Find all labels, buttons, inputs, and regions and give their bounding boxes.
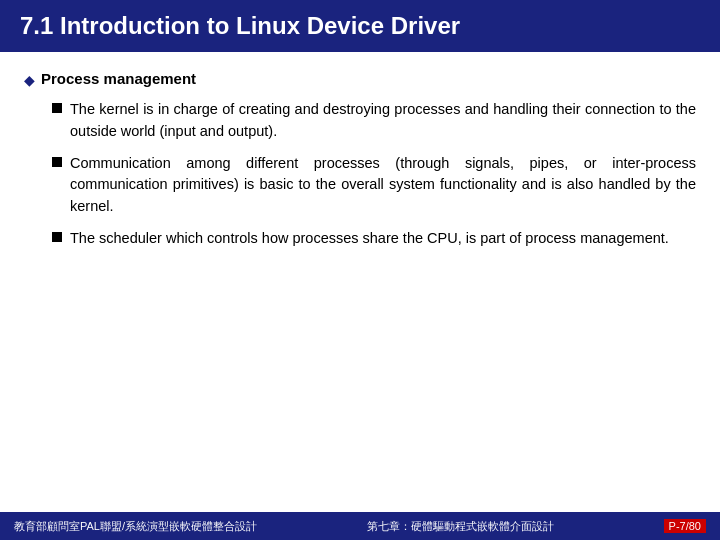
footer-right: P-7/80 (664, 519, 706, 533)
slide-container: 7.1 Introduction to Linux Device Driver … (0, 0, 720, 540)
bullet-text-1: The kernel is in charge of creating and … (70, 99, 696, 143)
bullet-list: The kernel is in charge of creating and … (52, 99, 696, 250)
diamond-icon: ◆ (24, 72, 35, 89)
section-label: Process management (41, 70, 196, 87)
slide-title: 7.1 Introduction to Linux Device Driver (20, 12, 460, 40)
slide-content: ◆ Process management The kernel is in ch… (0, 52, 720, 512)
slide-header: 7.1 Introduction to Linux Device Driver (0, 0, 720, 52)
bullet-text-3: The scheduler which controls how process… (70, 228, 669, 250)
list-item: The scheduler which controls how process… (52, 228, 696, 250)
footer-left: 教育部顧問室PAL聯盟/系統演型嵌軟硬體整合設計 (14, 519, 257, 534)
list-item: The kernel is in charge of creating and … (52, 99, 696, 143)
bullet-icon (52, 232, 62, 242)
list-item: Communication among different processes … (52, 153, 696, 218)
bullet-icon (52, 103, 62, 113)
section-row: ◆ Process management (24, 70, 696, 89)
slide-footer: 教育部顧問室PAL聯盟/系統演型嵌軟硬體整合設計 第七章：硬體驅動程式嵌軟體介面… (0, 512, 720, 540)
bullet-icon (52, 157, 62, 167)
footer-center: 第七章：硬體驅動程式嵌軟體介面設計 (367, 519, 554, 534)
bullet-text-2: Communication among different processes … (70, 153, 696, 218)
